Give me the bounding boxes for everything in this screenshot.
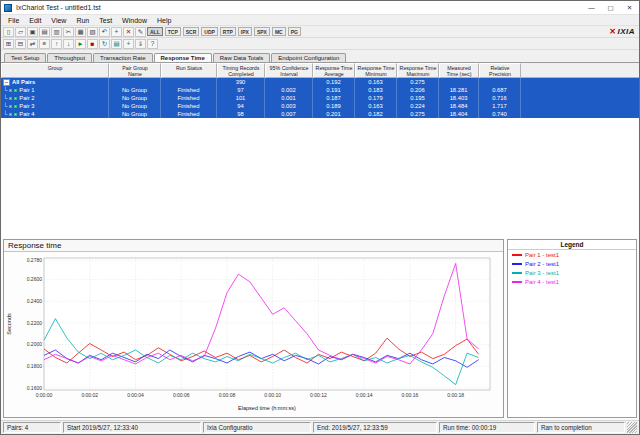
y-tick-label: 0.2200 (27, 320, 43, 326)
column-header-response-time-minimum[interactable]: Response TimeMinimum (355, 63, 397, 78)
swap-endpoints-button[interactable]: ⇄ (27, 39, 38, 49)
table-row-all-pairs[interactable]: −All Pairs3900.1920.1630.275 (1, 78, 639, 86)
tab-raw-data-totals[interactable]: Raw Data Totals (213, 53, 271, 62)
print-preview-button[interactable]: ▥ (51, 27, 62, 37)
protocol-filter-rtp-button[interactable]: RTP (220, 27, 236, 36)
table-row-pair-1[interactable]: └Pair 1No GroupFinished970.0020.1910.183… (1, 86, 639, 94)
protocol-filter-ipx-button[interactable]: IPX (238, 27, 252, 36)
response-time-chart-panel: Response time 0.27800.26000.24000.22000.… (3, 239, 504, 418)
protocol-filter-tcp-button[interactable]: TCP (165, 27, 181, 36)
group-pairs-button[interactable]: ⊞ (3, 39, 14, 49)
x-tick-label: 0:00:16 (402, 392, 419, 398)
legend-line-swatch-icon (512, 272, 522, 274)
column-header-group[interactable]: Group (1, 63, 109, 78)
status-end-time: End: 2019/5/27, 12:33:59 (313, 422, 437, 433)
export-results-button[interactable]: ⇓ (135, 39, 146, 49)
menu-file[interactable]: File (3, 17, 24, 24)
replicate-pair-button[interactable]: ≡ (39, 39, 50, 49)
save-test-button[interactable]: ▣ (27, 27, 38, 37)
x-tick-label: 0:00:10 (264, 392, 281, 398)
paste-button[interactable]: ▧ (87, 27, 98, 37)
cell-confidence-interval: 0.003 (265, 102, 313, 110)
protocol-filter-scr-button[interactable]: SCR (183, 27, 200, 36)
delete-pair-button[interactable]: ✕ (123, 27, 134, 37)
column-header-measured-time[interactable]: MeasuredTime (sec) (439, 63, 479, 78)
undo-button[interactable]: ↶ (99, 27, 110, 37)
ungroup-pairs-button[interactable]: ⊟ (15, 39, 26, 49)
add-pair-button[interactable]: + (111, 27, 122, 37)
menu-test[interactable]: Test (94, 17, 117, 24)
protocol-filter-udp-button[interactable]: UDP (201, 27, 218, 36)
legend-entry-pair-4-test1[interactable]: Pair 4 - test1 (508, 277, 636, 286)
group-label: All Pairs (12, 78, 35, 86)
move-pair-up-button[interactable]: ↑ (51, 39, 62, 49)
column-header-timing-records-completed[interactable]: Timing RecordsCompleted (217, 63, 265, 78)
new-test-button[interactable]: ▯ (3, 27, 14, 37)
menu-window[interactable]: Window (117, 17, 152, 24)
protocol-filter-pg-button[interactable]: PG (288, 27, 301, 36)
menu-view[interactable]: View (46, 17, 71, 24)
legend-line-swatch-icon (512, 254, 522, 256)
protocol-filter-spx-button[interactable]: SPX (254, 27, 270, 36)
minimize-button[interactable]: — (582, 1, 601, 15)
run-test-button[interactable]: ► (75, 39, 86, 49)
maximize-button[interactable]: ▢ (601, 1, 620, 15)
move-pair-down-button[interactable]: ↓ (63, 39, 74, 49)
menu-edit[interactable]: Edit (24, 17, 46, 24)
legend-entry-pair-2-test1[interactable]: Pair 2 - test1 (508, 259, 636, 268)
tab-test-setup[interactable]: Test Setup (4, 53, 46, 62)
table-row-pair-3[interactable]: └Pair 3No GroupFinished940.0030.1890.163… (1, 102, 639, 110)
pair-label: Pair 4 (19, 110, 34, 118)
copy-button[interactable]: ▦ (75, 27, 86, 37)
cell-response-time-maximum: 0.195 (397, 94, 439, 102)
app-icon (4, 4, 12, 12)
column-header-confidence-interval[interactable]: 95% ConfidenceInterval (265, 63, 313, 78)
stop-test-button[interactable]: ■ (87, 39, 98, 49)
legend-entry-pair-3-test1[interactable]: Pair 3 - test1 (508, 268, 636, 277)
cut-button[interactable]: ✂ (63, 27, 74, 37)
table-row-pair-2[interactable]: └Pair 2No GroupFinished1010.0010.1870.17… (1, 94, 639, 102)
poll-endpoints-button[interactable]: ↻ (99, 39, 110, 49)
column-header-pair-group-name[interactable]: Pair GroupName (109, 63, 161, 78)
zoom-chart-button[interactable]: + (123, 39, 134, 49)
open-test-button[interactable]: ▱ (15, 27, 26, 37)
column-header-relative-precision[interactable]: RelativePrecision (479, 63, 521, 78)
legend-entry-pair-1-test1[interactable]: Pair 1 - test1 (508, 250, 636, 259)
y-axis-label: Seconds (6, 313, 12, 335)
protocol-filter-mc-button[interactable]: MC (272, 27, 286, 36)
group-cell: −All Pairs (1, 78, 109, 86)
row-fill (521, 110, 639, 118)
tab-endpoint-configuration[interactable]: Endpoint Configuration (271, 53, 346, 62)
help-button[interactable]: ? (147, 39, 158, 49)
pair-label: Pair 1 (19, 86, 34, 94)
legend-line-swatch-icon (512, 263, 522, 265)
tab-throughput[interactable]: Throughput (47, 53, 92, 62)
row-fill (521, 78, 639, 86)
cell-timing-records-completed: 97 (217, 86, 265, 94)
resize-grip-icon[interactable] (627, 422, 637, 433)
column-header-run-status[interactable]: Run Status (161, 63, 217, 78)
status-completion-status: Ran to completion (537, 422, 625, 433)
cell-relative-precision: 1.717 (479, 102, 521, 110)
print-button[interactable]: ▤ (39, 27, 50, 37)
cell-response-time-maximum: 0.275 (397, 78, 439, 86)
column-header-response-time-maximum[interactable]: Response TimeMaximum (397, 63, 439, 78)
toolbar-icons-2: ⊞⊟⇄≡↑↓►■↻▤+⇓? (3, 39, 158, 49)
menu-run[interactable]: Run (71, 17, 94, 24)
cell-timing-records-completed: 390 (217, 78, 265, 86)
view-options-button[interactable]: ▤ (111, 39, 122, 49)
status-start-time: Start 2019/5/27, 12:33:40 (63, 422, 201, 433)
response-chart-svg[interactable]: 0.27800.26000.24000.22000.20000.18000.16… (4, 252, 500, 412)
column-header-response-time-average[interactable]: Response TimeAverage (313, 63, 355, 78)
edit-pair-button[interactable]: ✎ (135, 27, 146, 37)
cell-response-time-minimum: 0.183 (355, 86, 397, 94)
table-row-pair-4[interactable]: └Pair 4No GroupFinished980.0070.2010.182… (1, 110, 639, 118)
collapse-toggle-icon[interactable]: − (3, 79, 10, 86)
tab-transaction-rate[interactable]: Transaction Rate (93, 53, 152, 62)
close-button[interactable]: ✕ (620, 1, 639, 15)
cell-run-status: Finished (161, 86, 217, 94)
tab-response-time[interactable]: Response Time (154, 53, 212, 62)
title-bar: IxChariot Test - untitled1.tst —▢✕ (1, 1, 639, 15)
menu-help[interactable]: Help (152, 17, 176, 24)
protocol-filter-all-button[interactable]: ALL (147, 27, 163, 36)
